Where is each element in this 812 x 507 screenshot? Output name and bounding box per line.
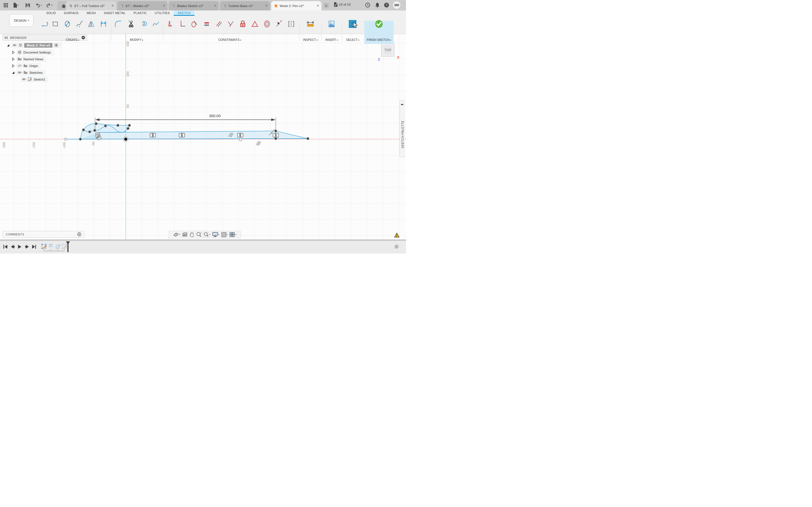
constraint-collinear-button[interactable] [274,19,284,29]
display-settings-button[interactable] [212,232,219,237]
save-icon[interactable] [25,2,31,8]
circle-tool-button[interactable] [63,19,72,29]
viewcube-top-face[interactable]: TOP [384,46,392,54]
constraint-midpoint-button[interactable] [250,19,260,29]
constraint-coincident-button[interactable] [166,19,175,29]
finish-sketch-label[interactable]: FINISH SKETCH [367,38,391,41]
rectangle-tool-button[interactable] [50,19,60,29]
select-tool-button[interactable] [348,19,357,29]
eye-hidden-icon[interactable] [17,64,22,68]
sketch-palette-tab[interactable]: SKETCH PALETTE [400,100,405,157]
document-tab-active[interactable]: Week 2: Pen v2* [271,1,321,10]
timeline-playhead[interactable] [66,241,70,252]
constraint-concentric-button[interactable] [262,19,272,29]
document-tab[interactable]: Turbine Base v1* [220,1,270,10]
browser-item-label[interactable]: Origin [29,64,38,68]
constraint-perpendicular-button[interactable] [226,19,236,29]
browser-row-sketch1[interactable]: Sketch1 [20,76,48,82]
document-tab[interactable]: ET – Full Turbine v2* [66,1,116,10]
close-tab-icon[interactable] [111,4,114,8]
timeline-settings-gear-icon[interactable] [394,244,399,249]
app-grid-icon[interactable] [3,2,8,8]
constraint-parallel-button[interactable] [214,19,223,29]
create-group-label[interactable]: CREATE [66,38,79,41]
timeline-sketch-feature[interactable] [41,244,47,249]
sketch-canvas-background[interactable] [0,34,406,239]
zoom-window-button[interactable] [204,232,211,237]
close-tab-icon[interactable] [214,4,216,8]
ribbon-tab-surface[interactable]: SURFACE [60,10,83,16]
activate-component-radio-icon[interactable] [54,43,58,47]
zoom-button[interactable]: ± [196,232,202,237]
ribbon-tab-utilities[interactable]: UTILITIES [151,10,174,16]
clock-history-icon[interactable] [365,2,370,8]
browser-item-label[interactable]: Week 2: Pen v2 [24,43,52,48]
viewports-button[interactable] [230,232,236,237]
comments-bar[interactable]: COMMENTS [3,231,84,238]
offset-tool-button[interactable] [139,19,149,29]
orbit-button[interactable]: + [173,232,180,237]
inspect-group-label[interactable]: INSPECT [303,38,318,41]
fillet-tool-button[interactable] [113,19,123,29]
grid-settings-caret-icon[interactable] [227,233,228,236]
browser-options-icon[interactable] [82,36,85,40]
notifications-bell-icon[interactable] [374,2,380,8]
eye-visible-icon[interactable] [17,70,22,75]
document-tab[interactable]: Blades Sketch v1* [168,1,219,10]
orbit-caret-icon[interactable] [179,233,180,236]
collapse-panel-icon[interactable] [4,36,8,39]
sketch-line-tool-button[interactable] [40,19,50,29]
redo-caret-icon[interactable] [51,4,54,7]
display-settings-caret-icon[interactable] [218,233,219,236]
insert-image-button[interactable] [327,19,336,29]
ribbon-tab-plastic[interactable]: PLASTIC [130,10,151,16]
modify-group-label[interactable]: MODIFY [130,38,143,41]
close-tab-icon[interactable] [265,4,268,8]
browser-row-named-views[interactable]: Named Views [11,56,46,62]
spline-tool-button[interactable] [75,19,84,29]
finish-sketch-button[interactable] [374,19,384,29]
zoom-window-caret-icon[interactable] [209,233,211,236]
caret-collapsed-icon[interactable] [11,57,15,61]
timeline-play-button[interactable] [17,244,22,249]
constraint-symmetry-button[interactable] [287,19,296,29]
caret-collapsed-icon[interactable] [11,64,15,68]
user-avatar[interactable]: MM [393,1,400,9]
close-tab-icon[interactable] [163,4,165,8]
browser-row-sketches[interactable]: Sketches [11,69,45,75]
look-at-button[interactable] [182,232,188,237]
browser-item-label[interactable]: Sketch1 [34,78,45,81]
document-tab-label[interactable]: Week 2: Pen v2* [280,4,315,8]
add-comment-icon[interactable] [77,232,81,236]
browser-item-label[interactable]: Document Settings [23,51,51,54]
help-icon[interactable]: ? [384,2,389,8]
constraint-fix-button[interactable] [238,19,248,29]
sketch-dimension-tool-button[interactable] [99,19,108,29]
constraint-tangent-button[interactable] [190,19,199,29]
file-menu-icon[interactable] [12,2,18,8]
pan-button[interactable] [190,232,194,237]
constraints-group-label[interactable]: CONSTRAINTS [218,38,241,41]
undo-caret-icon[interactable] [41,4,43,7]
timeline-step-forward-button[interactable] [24,244,30,249]
ribbon-tab-sketch[interactable]: SKETCH [174,10,195,16]
ribbon-tab-solid[interactable]: SOLID [42,10,60,16]
document-tab-label[interactable]: ET – Full Turbine v2* [74,4,109,8]
browser-item-label[interactable]: Sketches [29,71,43,74]
timeline-step-back-button[interactable] [10,244,15,249]
timeline-skip-end-button[interactable] [32,244,37,249]
constraint-equal-button[interactable] [202,19,211,29]
ribbon-tab-sheet-metal[interactable]: SHEET METAL [100,10,130,16]
timeline-revolve-feature[interactable] [48,244,54,249]
new-tab-button[interactable] [324,3,329,8]
document-tab-label[interactable]: Blades Sketch v1* [177,4,212,8]
workspace-selector[interactable]: DESIGN [9,14,34,27]
caret-collapsed-icon[interactable] [11,51,15,54]
fit-curve-tool-button[interactable] [151,19,161,29]
eye-visible-icon[interactable] [22,77,26,81]
browser-row-origin[interactable]: Origin [11,63,41,69]
close-tab-icon[interactable] [317,4,319,8]
undo-icon[interactable] [35,2,41,8]
caret-expanded-icon[interactable] [6,44,10,47]
viewcube[interactable]: TOP [381,43,395,57]
